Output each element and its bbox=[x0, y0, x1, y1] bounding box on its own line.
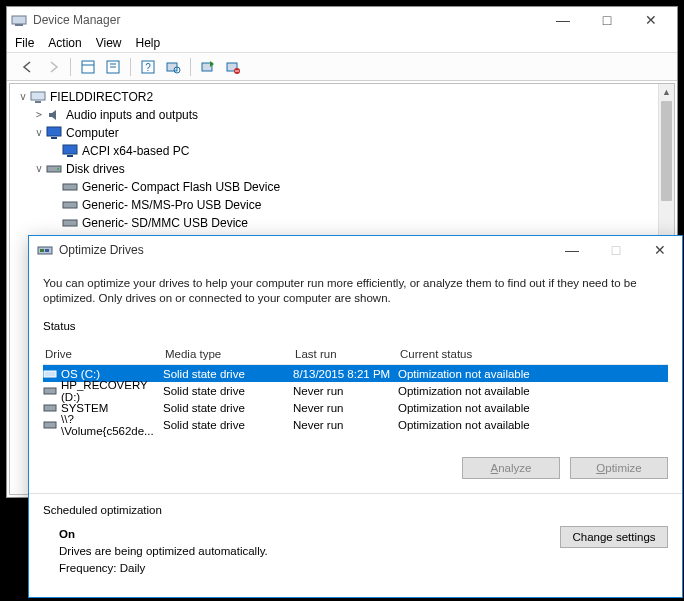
tree-computer[interactable]: v Computer bbox=[10, 124, 674, 142]
toolbar-help-button[interactable]: ? bbox=[137, 56, 159, 78]
menu-view[interactable]: View bbox=[96, 36, 122, 50]
drive-icon bbox=[46, 161, 62, 177]
toolbar-update-button[interactable] bbox=[197, 56, 219, 78]
toolbar-properties-button[interactable] bbox=[102, 56, 124, 78]
toolbar-uninstall-button[interactable] bbox=[222, 56, 244, 78]
col-media-header[interactable]: Media type bbox=[163, 348, 293, 360]
tree-label: ACPI x64-based PC bbox=[82, 142, 189, 160]
dm-close-button[interactable]: ✕ bbox=[629, 7, 673, 33]
svg-rect-24 bbox=[63, 202, 77, 208]
od-drive-list: Drive Media type Last run Current status… bbox=[43, 342, 668, 433]
toolbar-console-button[interactable] bbox=[77, 56, 99, 78]
dm-title-text: Device Manager bbox=[33, 13, 541, 27]
od-status-label: Status bbox=[29, 314, 682, 342]
svg-rect-30 bbox=[45, 249, 49, 252]
drive-media: Solid state drive bbox=[163, 385, 293, 397]
drive-icon bbox=[62, 197, 78, 213]
tree-disk-item[interactable]: Generic- Compact Flash USB Device bbox=[10, 178, 674, 196]
svg-rect-29 bbox=[40, 249, 44, 252]
od-scheduled-label: Scheduled optimization bbox=[29, 494, 682, 520]
svg-rect-0 bbox=[12, 16, 26, 24]
od-sched-freq: Frequency: Daily bbox=[59, 562, 145, 574]
tree-audio[interactable]: > Audio inputs and outputs bbox=[10, 106, 674, 124]
drive-media: Solid state drive bbox=[163, 402, 293, 414]
tree-label: Generic- SD/MMC USB Device bbox=[82, 214, 248, 232]
tree-computer-child[interactable]: ACPI x64-based PC bbox=[10, 142, 674, 160]
dm-minimize-button[interactable]: — bbox=[541, 7, 585, 33]
monitor-icon bbox=[62, 143, 78, 159]
od-drive-row[interactable]: HP_RECOVERY (D:)Solid state driveNever r… bbox=[43, 382, 668, 399]
od-drive-row[interactable]: \\?\Volume{c562de...Solid state driveNev… bbox=[43, 416, 668, 433]
svg-rect-32 bbox=[44, 388, 56, 394]
col-last-header[interactable]: Last run bbox=[293, 348, 398, 360]
svg-rect-19 bbox=[63, 145, 77, 154]
od-close-button[interactable]: ✕ bbox=[638, 236, 682, 264]
od-buttons: Analyze Optimize bbox=[29, 433, 682, 493]
menu-action[interactable]: Action bbox=[48, 36, 81, 50]
toolbar-forward-button[interactable] bbox=[42, 56, 64, 78]
svg-rect-18 bbox=[51, 137, 57, 139]
svg-rect-25 bbox=[63, 220, 77, 226]
toolbar-sep bbox=[70, 58, 71, 76]
svg-rect-15 bbox=[31, 92, 45, 100]
device-manager-icon bbox=[11, 12, 27, 28]
scroll-up-button[interactable]: ▲ bbox=[659, 84, 674, 100]
drive-status: Optimization not available bbox=[398, 368, 668, 380]
tree-label: FIELDDIRECTOR2 bbox=[50, 88, 153, 106]
svg-rect-1 bbox=[15, 24, 23, 26]
scroll-thumb[interactable] bbox=[661, 101, 672, 201]
tree-root[interactable]: v FIELDDIRECTOR2 bbox=[10, 88, 674, 106]
optimize-button[interactable]: Optimize bbox=[570, 457, 668, 479]
col-status-header[interactable]: Current status bbox=[398, 348, 668, 360]
svg-rect-20 bbox=[67, 155, 73, 157]
menu-file[interactable]: File bbox=[15, 36, 34, 50]
od-maximize-button: □ bbox=[594, 236, 638, 264]
dm-titlebar[interactable]: Device Manager — □ ✕ bbox=[7, 7, 677, 33]
tree-label: Disk drives bbox=[66, 160, 125, 178]
od-scheduled-body: On Drives are being optimized automatica… bbox=[29, 520, 682, 581]
svg-rect-23 bbox=[63, 184, 77, 190]
dm-toolbar: ? bbox=[7, 53, 677, 81]
tree-disk-item[interactable]: Generic- SD/MMC USB Device bbox=[10, 214, 674, 232]
drive-icon bbox=[62, 215, 78, 231]
tree-disk-item[interactable]: Generic- MS/MS-Pro USB Device bbox=[10, 196, 674, 214]
computer-icon bbox=[30, 89, 46, 105]
drive-status: Optimization not available bbox=[398, 385, 668, 397]
tree-label: Generic- Compact Flash USB Device bbox=[82, 178, 280, 196]
menu-help[interactable]: Help bbox=[136, 36, 161, 50]
od-sched-desc: Drives are being optimized automatically… bbox=[59, 545, 268, 557]
drive-media: Solid state drive bbox=[163, 368, 293, 380]
od-list-header[interactable]: Drive Media type Last run Current status bbox=[43, 343, 668, 365]
drive-name: HP_RECOVERY (D:) bbox=[61, 379, 163, 403]
od-titlebar[interactable]: Optimize Drives — □ ✕ bbox=[29, 236, 682, 264]
drive-icon bbox=[43, 418, 57, 432]
toolbar-back-button[interactable] bbox=[17, 56, 39, 78]
drive-media: Solid state drive bbox=[163, 419, 293, 431]
drive-icon bbox=[43, 384, 57, 398]
toolbar-scan-button[interactable] bbox=[162, 56, 184, 78]
dm-menubar: File Action View Help bbox=[7, 33, 677, 53]
svg-rect-34 bbox=[44, 422, 56, 428]
svg-text:?: ? bbox=[145, 62, 151, 73]
drive-lastrun: 8/13/2015 8:21 PM bbox=[293, 368, 398, 380]
tree-diskdrives[interactable]: v Disk drives bbox=[10, 160, 674, 178]
drive-name: \\?\Volume{c562de... bbox=[61, 413, 163, 437]
svg-point-22 bbox=[57, 168, 59, 170]
svg-rect-17 bbox=[47, 127, 61, 136]
drive-status: Optimization not available bbox=[398, 419, 668, 431]
drive-status: Optimization not available bbox=[398, 402, 668, 414]
od-minimize-button[interactable]: — bbox=[550, 236, 594, 264]
od-sched-on: On bbox=[59, 528, 75, 540]
svg-rect-33 bbox=[44, 405, 56, 411]
change-settings-button[interactable]: Change settings bbox=[560, 526, 668, 548]
analyze-button[interactable]: Analyze bbox=[462, 457, 560, 479]
svg-rect-31 bbox=[44, 371, 56, 377]
dm-maximize-button[interactable]: □ bbox=[585, 7, 629, 33]
drive-icon bbox=[62, 179, 78, 195]
col-drive-header[interactable]: Drive bbox=[43, 348, 163, 360]
tree-label: Generic- MS/MS-Pro USB Device bbox=[82, 196, 261, 214]
optimize-drives-window: Optimize Drives — □ ✕ You can optimize y… bbox=[28, 235, 683, 598]
svg-rect-2 bbox=[82, 61, 94, 73]
od-title-text: Optimize Drives bbox=[59, 243, 550, 257]
optimize-drives-icon bbox=[37, 242, 53, 258]
